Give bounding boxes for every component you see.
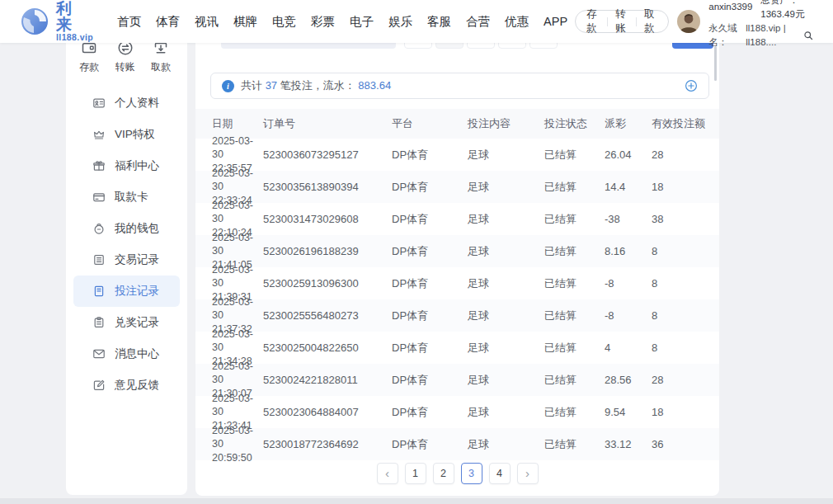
next-page-button[interactable]: ›: [517, 463, 539, 484]
table-row: 2025-03-3021:23:41 5230023064884007 DP体育…: [195, 396, 719, 428]
nav-item-app[interactable]: APP: [536, 0, 575, 43]
search-icon[interactable]: [803, 31, 813, 40]
brand-domain: ll188.vip: [56, 33, 93, 42]
sidebar-menu: 个人资料 VIP特权 福利中心 取款卡: [66, 87, 187, 401]
prev-page-button[interactable]: ‹: [377, 463, 398, 484]
nav-item-slots[interactable]: 电子: [342, 0, 381, 43]
feedback-icon: [92, 379, 106, 392]
sidebar-item-wallet[interactable]: 我的钱包: [66, 213, 187, 244]
sidebar-item-messages[interactable]: 消息中心: [66, 338, 187, 370]
brand-name: 利来: [56, 1, 93, 34]
col-valid: 有效投注额: [652, 116, 719, 131]
quick-transfer-button[interactable]: 转账: [115, 40, 135, 74]
bet-records-panel: i 共计 37 笔投注，流水： 883.64 日期 订单号 平台 投注内容 投注…: [195, 25, 719, 496]
sidebar-item-withdraw-card[interactable]: 取款卡: [66, 181, 187, 213]
top-bar: 利来 ll188.vip 首页 体育 视讯 棋牌 电竞 彩票 电子 娱乐 客服 …: [0, 0, 833, 43]
sidebar: 存款 转账 取款 个人资料: [66, 25, 187, 495]
gift-icon: [92, 159, 106, 172]
footer-strip: [0, 498, 833, 504]
page-button-1[interactable]: 1: [405, 463, 426, 484]
table-row: 2025-03-3021:34:28 5230025004822650 DP体育…: [195, 332, 719, 364]
col-content: 投注内容: [468, 116, 544, 131]
wallet-actions-pill: 存款 转账 取款: [575, 10, 669, 33]
permanent-domain-value: ll188.vip | ll188....: [746, 21, 799, 50]
avatar[interactable]: [677, 10, 700, 33]
bank-card-icon: [92, 191, 106, 204]
nav-item-lottery[interactable]: 彩票: [304, 0, 342, 43]
bet-doc-icon: [92, 285, 106, 298]
table-row: 2025-03-3021:37:32 5230025556480273 DP体育…: [195, 299, 719, 332]
scrollbar-thumb[interactable]: [714, 46, 717, 81]
table-header-row: 日期 订单号 平台 投注内容 投注状态 派彩 有效投注额: [195, 109, 719, 139]
purse-icon: [92, 222, 106, 235]
summary-bar: i 共计 37 笔投注，流水： 883.64: [210, 73, 709, 99]
list-doc-icon: [92, 253, 106, 266]
nav-item-service[interactable]: 客服: [420, 0, 459, 43]
pill-divider: [607, 17, 608, 26]
info-icon: i: [222, 80, 234, 92]
permanent-domain-label: 永久域名：: [708, 21, 743, 50]
col-payout: 派彩: [605, 116, 652, 131]
table-row: 2025-03-3020:59:50 5230018772364692 DP体育…: [195, 428, 719, 460]
quick-deposit-button[interactable]: 存款: [79, 40, 99, 74]
pill-divider: [636, 17, 637, 26]
sidebar-item-feedback[interactable]: 意见反馈: [66, 370, 187, 401]
pagination: ‹ 1 2 3 4 ›: [195, 463, 719, 484]
main-nav: 首页 体育 视讯 棋牌 电竞 彩票 电子 娱乐 客服 合营 优惠 APP: [110, 0, 575, 43]
table-row: 2025-03-3021:30:07 5230024221828011 DP体育…: [195, 364, 719, 396]
sidebar-item-vip[interactable]: VIP特权: [66, 119, 187, 150]
sidebar-item-bet-records[interactable]: 投注记录: [73, 276, 180, 307]
nav-item-partner[interactable]: 合营: [459, 0, 497, 43]
plus-circle-icon[interactable]: [685, 79, 698, 92]
nav-item-esports[interactable]: 电竞: [265, 0, 304, 43]
deposit-button[interactable]: 存款: [586, 7, 600, 35]
sidebar-item-transactions[interactable]: 交易记录: [66, 244, 187, 276]
page-button-3-active[interactable]: 3: [461, 463, 482, 484]
page-button-2[interactable]: 2: [433, 463, 454, 484]
withdraw-button[interactable]: 取款: [644, 7, 657, 35]
col-date: 日期: [212, 117, 263, 130]
nav-item-promo[interactable]: 优惠: [497, 0, 536, 43]
clipboard-icon: [92, 316, 106, 329]
sidebar-item-welfare[interactable]: 福利中心: [66, 150, 187, 181]
table-row: 2025-03-3022:10:24 5230031473029608 DP体育…: [195, 203, 719, 235]
total-assets: 总资产：1363.49元: [760, 0, 813, 21]
sidebar-item-redeem-records[interactable]: 兑奖记录: [66, 307, 187, 338]
quick-withdraw-button[interactable]: 取款: [151, 40, 171, 74]
table-row: 2025-03-3021:41:05 5230026196188239 DP体育…: [195, 235, 719, 267]
id-card-icon: [92, 97, 106, 110]
table-row: 2025-03-3022:33:24 5230035613890394 DP体育…: [195, 171, 719, 203]
col-order: 订单号: [263, 116, 392, 131]
bet-count: 37: [266, 79, 277, 92]
transfer-button[interactable]: 转账: [615, 7, 628, 35]
nav-item-home[interactable]: 首页: [110, 0, 148, 43]
page-button-4[interactable]: 4: [489, 463, 511, 484]
turnover-value: 883.64: [358, 79, 391, 92]
nav-item-live[interactable]: 视讯: [187, 0, 226, 43]
sidebar-item-profile[interactable]: 个人资料: [66, 87, 187, 119]
bet-records-table: 日期 订单号 平台 投注内容 投注状态 派彩 有效投注额 2025-03-302…: [195, 109, 719, 460]
brand-logo[interactable]: 利来 ll188.vip: [20, 1, 93, 43]
nav-item-entertainment[interactable]: 娱乐: [381, 0, 420, 43]
crown-icon: [92, 128, 106, 141]
summary-text: 共计 37 笔投注，流水： 883.64: [241, 78, 391, 93]
table-row: 2025-03-3021:39:31 5230025913096300 DP体育…: [195, 267, 719, 299]
username[interactable]: anxin3399: [708, 0, 752, 14]
col-platform: 平台: [392, 116, 468, 131]
nav-item-chess[interactable]: 棋牌: [226, 0, 265, 43]
envelope-icon: [92, 347, 106, 360]
table-row: 2025-03-3022:35:57 5230036073295127 DP体育…: [195, 139, 719, 171]
col-status: 投注状态: [544, 116, 605, 131]
brand-logo-icon: [20, 7, 49, 36]
nav-item-sports[interactable]: 体育: [148, 0, 187, 43]
